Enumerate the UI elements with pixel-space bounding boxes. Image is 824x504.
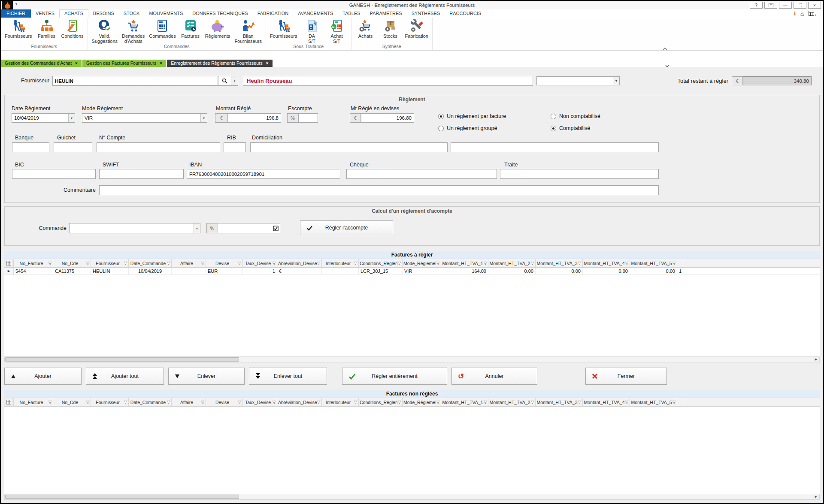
filter-funnel-icon[interactable] — [397, 261, 401, 266]
filter-funnel-icon[interactable] — [238, 261, 242, 266]
table-row[interactable]: ▶5454CA11375HEULIN10/04/2019EUR1€LCR_30J… — [4, 268, 820, 275]
column-header-fournisseur[interactable]: Fournisseur — [91, 398, 129, 406]
filter-funnel-icon[interactable] — [483, 400, 487, 405]
iban-input[interactable]: FR7630004002010002059718901 — [187, 169, 340, 179]
doc-tab-gestion-des-factures-fournisseurs[interactable]: Gestion des Factures Fournisseurs× — [82, 60, 166, 67]
close-tab-icon[interactable]: × — [266, 60, 269, 67]
menu-tab-fabrication[interactable]: FABRICATION — [253, 9, 294, 18]
filter-funnel-icon[interactable] — [124, 261, 127, 266]
guichet-input[interactable] — [54, 142, 92, 152]
column-header-devise[interactable]: Devise — [206, 259, 243, 267]
chevron-down-icon[interactable]: ▼ — [194, 223, 200, 233]
régler-entièrement-button[interactable]: Régler entièrement — [342, 368, 447, 385]
chevron-down-icon[interactable]: ▼ — [200, 114, 207, 122]
help-button[interactable]: ? — [750, 2, 763, 9]
ribbon-item-familles[interactable]: Familles — [34, 18, 59, 39]
menu-tab-tables[interactable]: TABLES — [338, 9, 365, 18]
compte-input[interactable] — [97, 142, 220, 152]
filter-funnel-icon[interactable] — [354, 400, 357, 405]
menu-tab-achats[interactable]: ACHATS — [59, 9, 88, 18]
swift-input[interactable] — [99, 169, 184, 179]
filter-funnel-icon[interactable] — [436, 400, 440, 405]
ribbon-item-factures[interactable]: Factures — [178, 18, 203, 39]
ajouter-button[interactable]: Ajouter — [4, 368, 82, 385]
column-header-no-facture[interactable]: No_Facture — [14, 259, 53, 267]
filter-funnel-icon[interactable] — [397, 400, 401, 405]
filter-funnel-icon[interactable] — [530, 400, 534, 405]
restore-button[interactable] — [794, 2, 806, 9]
radio-icon[interactable] — [551, 114, 556, 119]
column-header-affaire[interactable]: Affaire — [172, 259, 206, 267]
menu-tab-paramètres[interactable]: PARAMÈTRES — [365, 9, 407, 18]
ribbon-item-demandes-d-achats[interactable]: Demandes d'Achats — [120, 18, 147, 44]
filter-funnel-icon[interactable] — [672, 261, 676, 266]
doc-tab-enregistrement-des-règlements-fournisseurs[interactable]: Enregistrement des Règlements Fournisseu… — [167, 60, 272, 67]
radio-icon[interactable] — [438, 126, 444, 131]
enlever-button[interactable]: Enlever — [168, 368, 245, 385]
column-header-montant-ht-tva-4[interactable]: Montant_HT_TVA_4 — [583, 259, 630, 267]
chevron-down-icon[interactable]: ▼ — [68, 114, 75, 122]
enlever-tout-button[interactable]: Enlever tout — [249, 368, 327, 385]
column-header-conditions-règlement[interactable]: Conditions_Règlement — [359, 398, 403, 406]
radio-comptabilise[interactable]: Comptabilisé — [551, 125, 590, 131]
filter-funnel-icon[interactable] — [48, 261, 52, 266]
ribbon-item-stocks[interactable]: Stocks — [378, 18, 403, 39]
radio-non-comptabilise[interactable]: Non comptabilisé — [551, 113, 600, 119]
scrollbar-thumb[interactable] — [5, 357, 239, 362]
menu-tab-ventes[interactable]: VENTES — [31, 9, 59, 18]
close-button[interactable]: × — [808, 2, 821, 9]
info-icon[interactable]: i — [794, 11, 796, 17]
ribbon-item-fournisseurs[interactable]: Fournisseurs — [3, 18, 34, 39]
column-header-interlocuteur[interactable]: Interlocuteur — [322, 398, 359, 406]
menu-tab-raccourcis[interactable]: RACCOURCIS — [445, 9, 486, 18]
menu-tab-données-techniques[interactable]: DONNÉES TECHNIQUES — [188, 9, 252, 18]
radio-icon[interactable] — [551, 126, 556, 131]
ribbon-item-bilan-fournisseurs[interactable]: Bilan Fournisseurs — [232, 18, 264, 44]
radio-reglement-par-facture[interactable]: Un règlement par facture — [438, 113, 506, 119]
column-header-montant-ht-tva-1[interactable]: Montant_HT_TVA_1 — [441, 398, 488, 406]
cheque-input[interactable] — [346, 169, 497, 179]
ribbon-item-achat-s-t[interactable]: STAchat S/T — [324, 18, 349, 44]
banque-input[interactable] — [12, 142, 49, 152]
filter-funnel-icon[interactable] — [354, 261, 357, 266]
regler-acompte-button[interactable]: Régler l'accompte — [300, 220, 393, 235]
filter-funnel-icon[interactable] — [530, 261, 534, 266]
filter-funnel-icon[interactable] — [317, 400, 321, 405]
scrollbar-right-arrow-icon[interactable]: ▶ — [813, 495, 819, 499]
ribbon-item-règlements[interactable]: Règlements — [203, 18, 233, 39]
ribbon-item-achats[interactable]: Achats — [353, 18, 378, 39]
column-header-no-cde[interactable]: No_Cde — [53, 259, 91, 267]
ribbon-display-button[interactable] — [764, 2, 777, 9]
menu-tab-mouvements[interactable]: MOUVEMENTS — [144, 9, 188, 18]
ajouter-tout-button[interactable]: Ajouter tout — [86, 368, 164, 385]
column-header-mode-règlement[interactable]: Mode_Règlement — [403, 398, 441, 406]
column-header-montant-ht-tva-2[interactable]: Montant_HT_TVA_2 — [488, 398, 536, 406]
filter-funnel-icon[interactable] — [238, 400, 242, 405]
supplier-code-input[interactable]: HEULIN — [52, 76, 218, 86]
mode-reglement-combo[interactable]: VIR▼ — [82, 113, 207, 123]
filter-funnel-icon[interactable] — [201, 400, 205, 405]
close-tab-icon[interactable]: × — [75, 60, 78, 67]
grid-corner-icon[interactable] — [4, 259, 14, 267]
filter-funnel-icon[interactable] — [625, 400, 629, 405]
acompte-percent-field[interactable]: % — [206, 223, 280, 233]
column-header-montant-ht-tva-5[interactable]: Montant_HT_TVA_5 — [630, 259, 677, 267]
fermer-button[interactable]: Fermer — [585, 368, 667, 385]
minimize-button[interactable]: — — [779, 2, 792, 9]
column-header-interlocuteur[interactable]: Interlocuteur — [322, 259, 359, 267]
domiciliation-input-2[interactable] — [451, 142, 659, 152]
h-scrollbar-1[interactable]: ▶ — [4, 356, 820, 362]
scrollbar-thumb[interactable] — [5, 495, 239, 499]
filter-funnel-icon[interactable] — [201, 261, 205, 266]
ribbon-item-valid-suggestions[interactable]: Valid. Suggestions — [90, 18, 120, 44]
menu-tab-besoins[interactable]: BESOINS — [88, 9, 119, 18]
menu-tab-stock[interactable]: STOCK — [119, 9, 145, 18]
filter-funnel-icon[interactable] — [436, 261, 440, 266]
filter-funnel-icon[interactable] — [86, 261, 90, 266]
column-header-affaire[interactable]: Affaire — [172, 398, 206, 406]
montant-regle-input[interactable]: 196.8 — [228, 113, 281, 123]
ribbon-item-fournisseurs[interactable]: Fournisseurs — [268, 18, 300, 39]
checkbox-icon[interactable] — [271, 223, 280, 233]
column-header-taux-devise[interactable]: Taux_Devise — [243, 398, 277, 406]
collapse-ribbon-icon[interactable] — [663, 44, 667, 52]
